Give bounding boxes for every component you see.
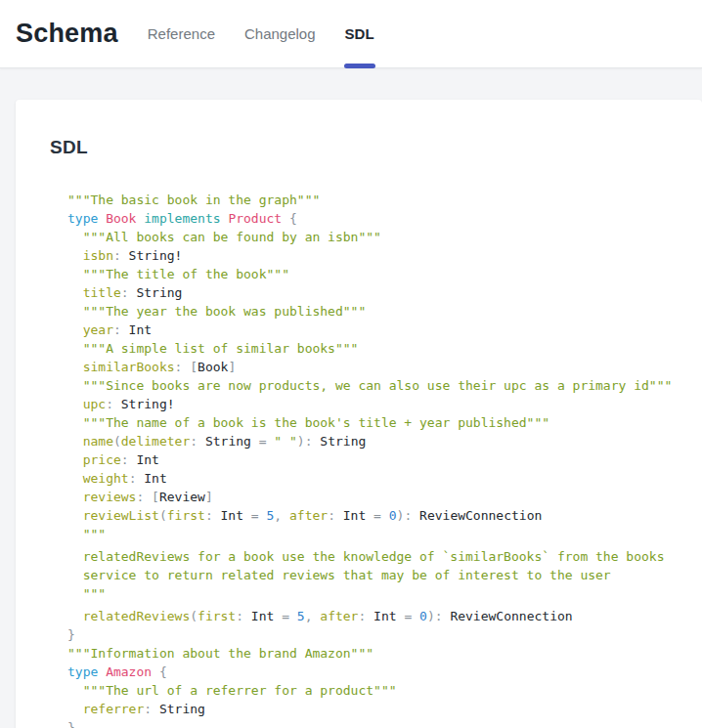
code-line: reviewList(first: Int = 5, after: Int = … xyxy=(67,506,682,525)
code-line: year: Int xyxy=(67,321,682,339)
code-line: } xyxy=(67,718,682,728)
code-line: referrer: String xyxy=(67,700,682,718)
code-line: weight: Int xyxy=(67,469,682,488)
tab-reference-label: Reference xyxy=(148,25,215,42)
tab-sdl[interactable]: SDL xyxy=(330,0,389,67)
code-line: relatedReviews for a book use the knowle… xyxy=(67,547,682,566)
tab-changelog[interactable]: Changelog xyxy=(230,0,330,67)
code-line: """The name of a book is the book's titl… xyxy=(67,413,682,432)
code-line: service to return related reviews that m… xyxy=(67,566,682,584)
tab-changelog-label: Changelog xyxy=(244,25,316,42)
code-line: name(delimeter: String = " "): String xyxy=(67,432,682,450)
code-line: """ xyxy=(67,525,682,543)
active-tab-indicator xyxy=(344,64,375,68)
code-line: """Since books are now products, we can … xyxy=(67,376,682,395)
code-line: upc: String! xyxy=(67,395,682,413)
content-area: SDL """The basic book in the graph"""typ… xyxy=(0,100,702,728)
page-header: Schema Reference Changelog SDL xyxy=(0,0,702,68)
page-title: Schema xyxy=(16,19,118,49)
tab-reference[interactable]: Reference xyxy=(133,0,230,67)
code-line: """ xyxy=(67,584,682,603)
code-line: """The title of the book""" xyxy=(67,265,682,283)
code-line: """The basic book in the graph""" xyxy=(67,191,682,209)
code-line: """All books can be found by an isbn""" xyxy=(67,228,682,246)
code-line: similarBooks: [Book] xyxy=(67,358,682,376)
tab-sdl-label: SDL xyxy=(345,25,374,42)
sdl-heading: SDL xyxy=(50,137,682,158)
code-line: price: Int xyxy=(67,450,682,469)
code-line: title: String xyxy=(67,283,682,302)
code-line: """The url of a referrer for a product""… xyxy=(67,681,682,700)
sdl-panel: SDL """The basic book in the graph"""typ… xyxy=(16,100,702,728)
code-line: reviews: [Review] xyxy=(67,488,682,506)
code-line: } xyxy=(67,625,682,644)
code-line: """Information about the brand Amazon""" xyxy=(67,644,682,663)
code-line: """A simple list of similar books""" xyxy=(67,339,682,358)
code-line: type Amazon { xyxy=(67,663,682,681)
tab-bar: Reference Changelog SDL xyxy=(133,0,389,67)
code-line: """The year the book was published""" xyxy=(67,302,682,321)
code-line: relatedReviews(first: Int = 5, after: In… xyxy=(67,607,682,625)
code-line: type Book implements Product { xyxy=(67,209,682,228)
code-line: isbn: String! xyxy=(67,246,682,265)
sdl-code-block: """The basic book in the graph"""type Bo… xyxy=(67,191,682,728)
